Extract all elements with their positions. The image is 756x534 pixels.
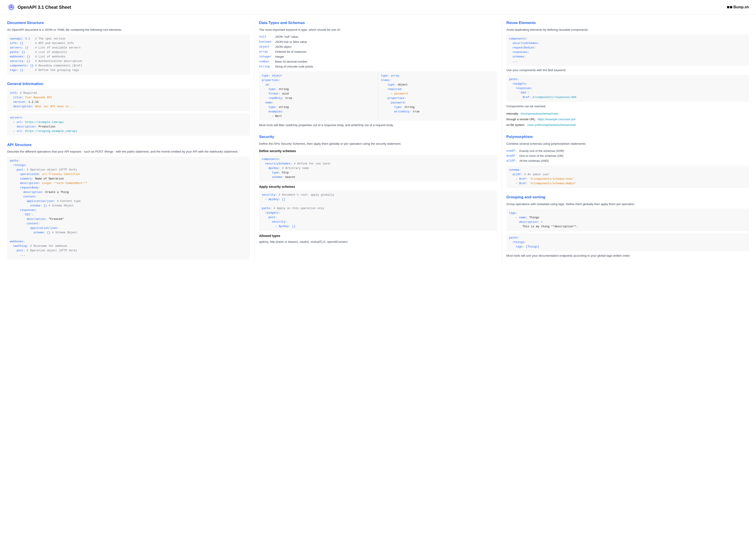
code-general-info-1: info: # Required title: Your Awesome API…	[7, 89, 250, 111]
section-grouping: Grouping and sorting Group operations wi…	[506, 194, 749, 258]
section-polymorphism: Polymorphism Combine several schemas usi…	[506, 134, 749, 188]
main-content: Document Structure An OpenAPI document i…	[0, 14, 756, 271]
schema-note: Most tools will filter readOnly properti…	[259, 123, 497, 128]
code-general-info-2: servers: - url: https://example.com/api …	[7, 113, 250, 136]
section-desc-data-types: The most important keyword is type, whic…	[259, 28, 497, 32]
section-title-doc-structure: Document Structure	[7, 20, 250, 26]
code-reuse-2: paths: /widgets: responses: '404': $ref:…	[506, 75, 749, 102]
section-reuse: Reuse Elements Avoid duplicating element…	[506, 20, 749, 128]
type-row: arrayOrdered list of instances	[259, 49, 497, 54]
type-row: nullJSON "null" value.	[259, 34, 497, 39]
section-general-info: General Information info: # Required tit…	[7, 81, 250, 136]
type-table: nullJSON "null" value. booleanJSON true …	[259, 34, 497, 69]
section-title-grouping: Grouping and sorting	[506, 194, 749, 200]
poly-row: anyOf:One or more of the schemas (OR)	[506, 153, 749, 158]
subsection-define-security: Define security schemes	[259, 149, 497, 153]
type-row: numberBase-10 decimal number	[259, 59, 497, 64]
subsection-apply-security: Apply security schemes	[259, 184, 497, 189]
reuse-links: internally: #/components/schemas/User th…	[506, 111, 749, 128]
section-desc-grouping-2: Most tools will sort your documentation …	[506, 254, 749, 258]
code-define-security: components: securitySchemes: # Define fo…	[259, 155, 497, 182]
polymorphism-table: oneOf:Exactly one of the schemas (XOR) a…	[506, 148, 749, 163]
section-desc-polymorphism: Combine several schemas using polymorphi…	[506, 142, 749, 146]
bump-icon	[727, 6, 732, 8]
section-title-reuse: Reuse Elements	[506, 20, 749, 26]
section-desc-api-structure: Describe the different operations that y…	[7, 149, 250, 154]
code-grouping-1: tags: - name: Things description: > This…	[506, 209, 749, 231]
section-desc-doc-structure: An OpenAPI document is a JSON or YAML fi…	[7, 28, 250, 32]
poly-row: oneOf:Exactly one of the schemas (XOR)	[506, 148, 749, 153]
column-1: Document Structure An OpenAPI document i…	[7, 20, 254, 266]
schema-col-right: type: array items: type: object required…	[378, 71, 497, 121]
section-data-types: Data Types and Schemas The most importan…	[259, 20, 497, 128]
code-grouping-2: paths: /things: tags: [Things]	[506, 233, 749, 251]
section-title-general-info: General Information	[7, 81, 250, 87]
brand-logo: Bump.sh	[727, 5, 749, 10]
page-title: OpenAPI 3.1 Cheat Sheet	[17, 4, 71, 11]
section-desc-reuse-3: Components can be reached:	[506, 104, 749, 109]
page-header: OpenAPI 3.1 Cheat Sheet Bump.sh	[0, 0, 756, 14]
section-title-api-structure: API Structure	[7, 142, 250, 148]
reuse-link-internal: internally: #/components/schemas/User	[506, 111, 749, 117]
code-reuse-1: components: securitySchemes: requestBodi…	[506, 34, 749, 66]
section-title-data-types: Data Types and Schemas	[259, 20, 497, 26]
section-desc-reuse-2: Use your components with the $ref keywor…	[506, 68, 749, 73]
brand-name: Bump.sh	[734, 5, 749, 10]
code-doc-structure: openapi: 3.1 # The spec version info: {}…	[7, 34, 250, 75]
type-row: stringString of Unicode code points	[259, 64, 497, 69]
section-title-security: Security	[259, 134, 497, 140]
type-row: objectJSON object	[259, 44, 497, 49]
section-desc-grouping: Group operations with metadata using tag…	[506, 202, 749, 207]
section-desc-security: Define the APIs Security Schemes, then a…	[259, 142, 497, 146]
section-desc-reuse: Avoid duplicating elements by defining r…	[506, 28, 749, 32]
schema-two-col: type: object properties: id: type: strin…	[259, 71, 497, 121]
section-api-structure: API Structure Describe the different ope…	[7, 142, 250, 260]
header-left: OpenAPI 3.1 Cheat Sheet	[7, 3, 71, 11]
section-doc-structure: Document Structure An OpenAPI document i…	[7, 20, 250, 75]
column-3: Reuse Elements Avoid duplicating element…	[502, 20, 749, 266]
code-apply-security: security: # Document's root: apply globa…	[259, 191, 497, 231]
column-2: Data Types and Schemas The most importan…	[254, 20, 501, 266]
reuse-link-filesystem: on file system: ./user.yml#components/sc…	[506, 122, 749, 128]
code-polymorphism: schema: allOf: # An admin user - $ref: '…	[506, 166, 749, 188]
type-row: booleanJSON true or false value.	[259, 40, 497, 44]
code-api-structure: paths: /things: post: # Operation object…	[7, 156, 250, 260]
openapi-logo-icon	[7, 3, 15, 11]
section-security: Security Define the APIs Security Scheme…	[259, 134, 497, 244]
schema-col-left: type: object properties: id: type: strin…	[259, 71, 378, 121]
allowed-types-desc: apiKey, http (basic or bearer), oauth2, …	[259, 240, 497, 244]
section-title-polymorphism: Polymorphism	[506, 134, 749, 140]
poly-row: allOf:All the schemas (AND)	[506, 158, 749, 163]
subsection-allowed-types: Allowed types	[259, 233, 497, 238]
type-row: integerInteger	[259, 54, 497, 59]
reuse-link-remote: through a remote URL: https://example.co…	[506, 117, 749, 122]
